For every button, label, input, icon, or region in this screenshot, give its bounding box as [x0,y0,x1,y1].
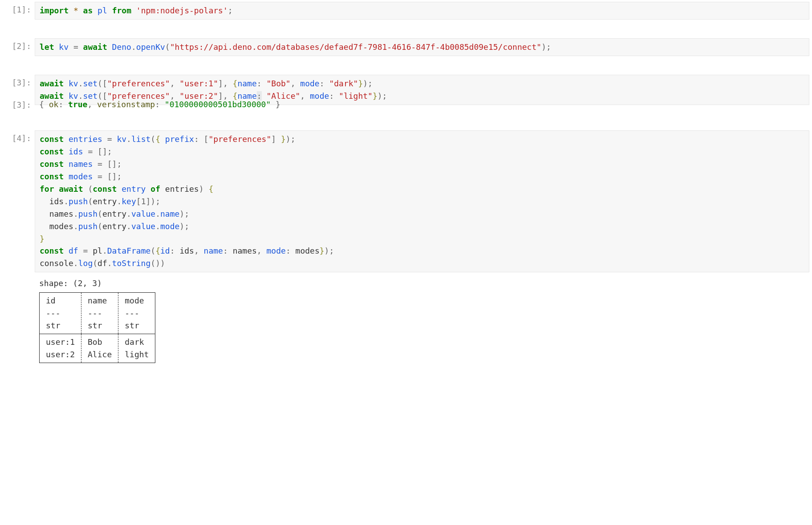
cell-3-prompt: [3]: [0,75,35,89]
cell-4-output: shape: (2, 3) id --- str name --- str mo… [0,276,812,389]
cell-2-code[interactable]: let kv = await Deno.openKv("https://api.… [35,38,809,56]
cell-4-code[interactable]: const entries = kv.list({ prefix: ["pref… [35,130,809,272]
cell-4-output-prompt [0,276,35,278]
cell-1-code[interactable]: import * as pl from 'npm:nodejs-polars'; [35,2,809,20]
df-cell-name: Bob Alice [81,334,118,363]
cell-1-prompt: [1]: [0,2,35,16]
dataframe-table: id --- str name --- str mode --- str use… [39,292,155,363]
df-cell-id: user:1 user:2 [40,334,81,363]
cell-4-prompt: [4]: [0,130,35,145]
cell-4-output-content: shape: (2, 3) id --- str name --- str mo… [35,276,809,389]
df-col-id: id --- str [40,293,81,334]
cell-3-output-text: { ok: true, versionstamp: "0100000000501… [35,97,809,112]
cell-2: [2]: let kv = await Deno.openKv("https:/… [0,38,812,56]
df-col-name: name --- str [81,293,118,334]
df-data-row: user:1 user:2 Bob Alice dark light [40,334,155,363]
df-header-row: id --- str name --- str mode --- str [40,293,155,334]
cell-2-prompt: [2]: [0,38,35,52]
cell-1: [1]: import * as pl from 'npm:nodejs-pol… [0,2,812,20]
df-shape: shape: (2, 3) [39,277,805,290]
df-cell-mode: dark light [118,334,155,363]
df-col-mode: mode --- str [118,293,155,334]
cell-3-output-prompt: [3]: [0,97,35,111]
cell-3-output: [3]: { ok: true, versionstamp: "01000000… [0,97,812,112]
cell-4-input: [4]: const entries = kv.list({ prefix: [… [0,130,812,272]
